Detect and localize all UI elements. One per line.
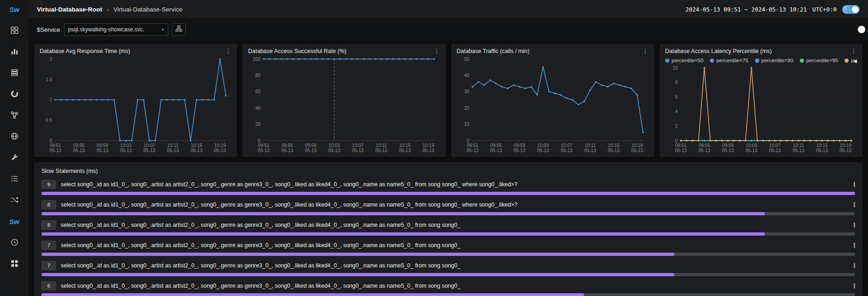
sidebar-item-self-observability[interactable] (9, 153, 19, 163)
chart-menu-icon[interactable]: ⋮ (434, 48, 440, 54)
svg-text:05-13: 05-13 (816, 148, 828, 153)
theme-toggle[interactable]: ☾ (842, 5, 860, 14)
latency-badge: 6 (41, 281, 56, 290)
charts-row: Database Avg Response Time (ms)⋮00.511.5… (34, 44, 862, 157)
svg-text:05-13: 05-13 (839, 148, 851, 153)
chart-menu-icon[interactable]: ⋮ (642, 48, 649, 54)
slow-statement-row[interactable]: 7select song0_.id as id1_0_, song0_.arti… (41, 261, 855, 276)
chart-canvas[interactable]: 02040608010009:5105-1309:5505-1309:5905-… (248, 54, 440, 154)
svg-text:05-13: 05-13 (281, 148, 293, 153)
service-select[interactable]: psql.skywalking-showcase.svc. ▾ (64, 23, 168, 36)
chart-menu-icon[interactable]: ⋮ (225, 48, 231, 54)
legend-item[interactable]: percentile=95 (800, 58, 838, 63)
topology-button[interactable] (172, 23, 186, 36)
svg-text:05-13: 05-13 (423, 148, 435, 153)
svg-text:0: 0 (49, 138, 52, 143)
row-scrollbar[interactable] (854, 263, 855, 268)
chart-legend: percentile=50percentile=75percentile=90p… (665, 58, 857, 63)
svg-text:8: 8 (675, 80, 678, 85)
svg-text:60: 60 (255, 89, 261, 94)
sidebar-item-browser[interactable] (9, 132, 19, 142)
svg-text:30: 30 (464, 89, 469, 94)
sidebar-item-alerting[interactable] (9, 238, 19, 248)
legend-item[interactable]: percentile=50 (665, 58, 703, 63)
sql-text: select song0_.id as id1_0_, song0_.artis… (61, 222, 849, 228)
main-area: Virtual-Database-Root › Virtual-Database… (29, 0, 868, 296)
legend-dot-icon (800, 59, 804, 63)
sidebar-item-marketplace[interactable] (9, 26, 19, 36)
header-right: 2024-05-13 09:51 ~ 2024-05-13 10:21 UTC+… (685, 5, 860, 14)
sidebar-item-skywalking-logo[interactable]: Sw (9, 5, 19, 15)
service-toolbar: $Service psql.skywalking-showcase.svc. ▾ (29, 19, 868, 40)
chart-menu-icon[interactable]: ⋮ (850, 48, 857, 54)
latency-bar-track (41, 192, 855, 195)
functions-icon (10, 111, 19, 121)
sidebar-item-virtual-database[interactable]: Sw (9, 217, 19, 227)
latency-bar-fill (41, 293, 584, 296)
breadcrumb-current[interactable]: Virtual-Database-Service (113, 6, 183, 13)
chart-canvas[interactable]: 00.511.5209:5105-1309:5505-1309:5905-131… (40, 54, 231, 154)
sidebar-item-functions[interactable] (9, 111, 19, 121)
sidebar-item-profiles[interactable] (9, 195, 19, 206)
svg-text:10:15: 10:15 (816, 143, 827, 148)
legend-prev-icon[interactable]: ◀ (853, 59, 857, 63)
sidebar-item-database[interactable] (9, 68, 19, 78)
svg-text:05-13: 05-13 (376, 148, 388, 153)
row-scrollbar[interactable] (854, 182, 855, 187)
row-scrollbar[interactable] (854, 202, 855, 207)
svg-text:2: 2 (49, 57, 52, 62)
svg-text:20: 20 (464, 106, 469, 111)
slow-statement-rows: 9select song0_.id as id1_0_, song0_.arti… (41, 180, 855, 296)
sidebar-item-service-mesh[interactable] (9, 89, 19, 100)
breadcrumb-root[interactable]: Virtual-Database-Root (37, 6, 102, 13)
slow-statement-row[interactable]: 7select song0_.id as id1_0_, song0_.arti… (41, 241, 855, 256)
svg-text:05-13: 05-13 (722, 148, 734, 153)
svg-text:09:55: 09:55 (282, 143, 293, 148)
slow-statement-row[interactable]: 9select song0_.id as id1_0_, song0_.arti… (41, 180, 855, 195)
sidebar-items: SwSw (9, 5, 19, 269)
row-scrollbar[interactable] (854, 283, 855, 289)
chart-canvas[interactable]: 024681009:5105-1309:5505-1309:5905-1310:… (665, 63, 857, 154)
time-range-text[interactable]: 2024-05-13 09:51 ~ 2024-05-13 10:21 (685, 6, 807, 13)
svg-text:05-13: 05-13 (352, 148, 364, 153)
svg-text:10:07: 10:07 (352, 143, 364, 148)
floating-action-button[interactable] (858, 26, 865, 33)
svg-text:09:59: 09:59 (305, 143, 317, 148)
latency-badge: 8 (41, 200, 56, 209)
svg-text:50: 50 (464, 57, 469, 62)
svg-text:10:11: 10:11 (793, 143, 804, 148)
svg-text:10: 10 (673, 65, 678, 71)
row-scrollbar[interactable] (854, 243, 855, 248)
svg-text:05-13: 05-13 (143, 148, 155, 153)
latency-bar-track (41, 293, 855, 296)
chart-panel-2: Database Traffic (calls / min)⋮010203040… (451, 44, 654, 157)
svg-text:10:07: 10:07 (561, 143, 572, 148)
latency-bar-track (41, 253, 855, 256)
chart-svg: 00.511.5209:5105-1309:5505-1309:5905-131… (40, 54, 231, 154)
slow-statement-row[interactable]: 8select song0_.id as id1_0_, song0_.arti… (41, 200, 855, 215)
svg-text:09:51: 09:51 (49, 143, 61, 148)
sidebar-item-general-service[interactable] (9, 47, 19, 57)
slow-statement-row[interactable]: 8select song0_.id as id1_0_, song0_.arti… (41, 220, 855, 236)
latency-badge: 7 (41, 261, 56, 270)
sql-text: select song0_.id as id1_0_, song0_.artis… (61, 283, 849, 289)
sql-text: select song0_.id as id1_0_, song0_.artis… (61, 242, 849, 249)
sidebar-item-logs[interactable] (9, 174, 19, 184)
chart-svg: 02040608010009:5105-1309:5505-1309:5905-… (248, 54, 440, 154)
timezone-text: UTC+0:0 (812, 6, 837, 13)
svg-text:05-13: 05-13 (258, 148, 270, 153)
alerting-icon (10, 238, 19, 249)
chart-canvas[interactable]: 0102030405009:5105-1309:5505-1309:5905-1… (457, 54, 649, 154)
row-scrollbar[interactable] (854, 222, 855, 228)
chart-title: Database Access Successful Rate (%) (248, 48, 346, 54)
top-header: Virtual-Database-Root › Virtual-Database… (29, 0, 868, 19)
breadcrumb-separator-icon: › (107, 6, 109, 13)
svg-text:05-13: 05-13 (214, 148, 226, 153)
sidebar-item-settings[interactable] (9, 259, 19, 269)
svg-text:10:11: 10:11 (376, 143, 387, 148)
slow-statement-row[interactable]: 6select song0_.id as id1_0_, song0_.arti… (41, 281, 855, 296)
legend-item[interactable]: percentile=75 (710, 58, 748, 63)
svg-text:09:51: 09:51 (675, 143, 686, 148)
legend-item[interactable]: percentile=90 (755, 58, 793, 63)
browser-icon (10, 132, 19, 142)
